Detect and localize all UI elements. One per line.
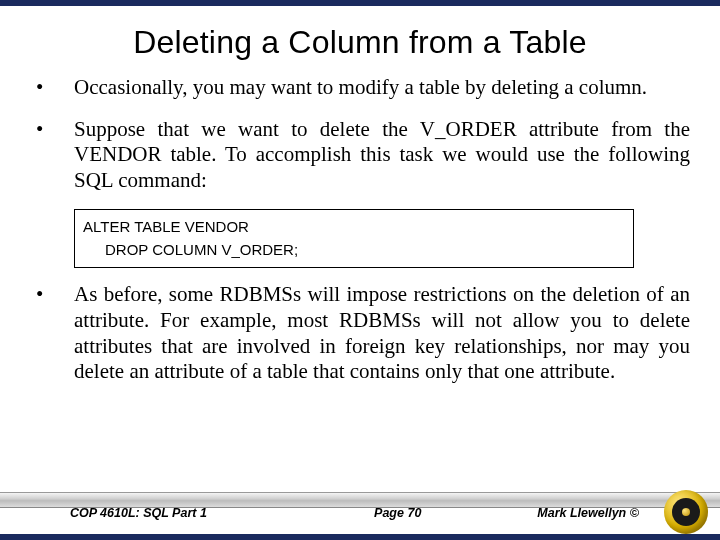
slide-title: Deleting a Column from a Table <box>30 24 690 61</box>
footer-page: Page 70 <box>309 506 486 526</box>
footer-course: COP 4610L: SQL Part 1 <box>0 506 309 526</box>
code-line-1: ALTER TABLE VENDOR <box>83 216 625 239</box>
bullet-list: Occasionally, you may want to modify a t… <box>30 75 690 193</box>
bullet-list-2: As before, some RDBMSs will impose restr… <box>30 282 690 384</box>
footer-labels: COP 4610L: SQL Part 1 Page 70 Mark Llewe… <box>0 506 720 526</box>
bottom-accent-bar <box>0 534 720 540</box>
ucf-logo-icon <box>664 490 708 534</box>
slide-footer: COP 4610L: SQL Part 1 Page 70 Mark Llewe… <box>0 492 720 540</box>
sql-code-box: ALTER TABLE VENDOR DROP COLUMN V_ORDER; <box>74 209 634 268</box>
bullet-item-3: As before, some RDBMSs will impose restr… <box>30 282 690 384</box>
bullet-item-1: Occasionally, you may want to modify a t… <box>30 75 690 101</box>
bullet-item-2: Suppose that we want to delete the V_ORD… <box>30 117 690 194</box>
slide-body: Deleting a Column from a Table Occasiona… <box>0 6 720 385</box>
code-line-2: DROP COLUMN V_ORDER; <box>83 239 625 262</box>
